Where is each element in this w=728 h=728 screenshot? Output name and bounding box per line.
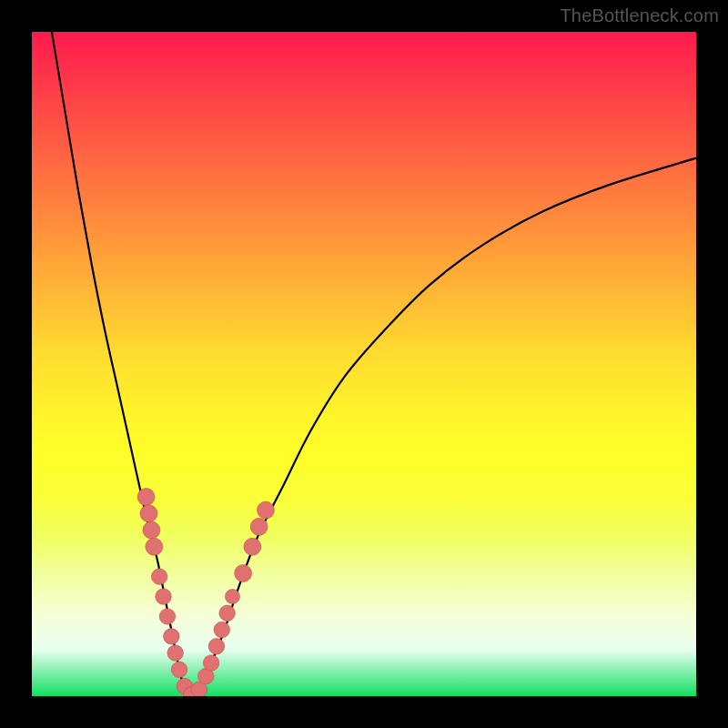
data-marker xyxy=(235,564,252,581)
marker-group xyxy=(137,489,274,696)
data-marker xyxy=(208,638,225,654)
data-marker xyxy=(167,645,184,662)
data-marker xyxy=(159,609,176,625)
watermark-text: TheBottleneck.com xyxy=(560,5,719,26)
chart-svg xyxy=(32,32,696,696)
data-marker xyxy=(164,629,180,645)
data-marker xyxy=(219,605,236,622)
data-marker xyxy=(137,489,155,506)
bottleneck-curve xyxy=(52,32,696,696)
data-marker xyxy=(140,505,157,522)
data-marker xyxy=(156,589,172,605)
data-marker xyxy=(171,662,187,678)
data-marker xyxy=(143,521,160,539)
data-marker xyxy=(151,569,167,585)
chart-plot-area xyxy=(32,32,696,696)
data-marker xyxy=(214,622,230,638)
data-marker xyxy=(146,538,163,555)
data-marker xyxy=(225,589,239,603)
data-marker xyxy=(250,518,268,535)
data-marker xyxy=(203,655,219,672)
data-marker xyxy=(244,538,261,555)
data-marker xyxy=(257,501,274,519)
